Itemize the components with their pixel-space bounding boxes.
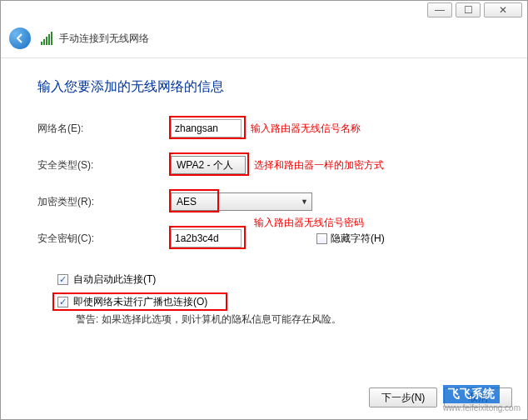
watermark-url: www.feifeixitong.com — [443, 403, 521, 412]
watermark: 飞飞系统 www.feifeixitong.com — [443, 385, 521, 412]
wifi-icon — [41, 32, 52, 45]
row-encryption-type: 加密类型(R): AES ▼ 输入路由器无线信号密码 — [37, 192, 494, 211]
minimize-icon: — — [435, 4, 445, 16]
hide-chars-group: 隐藏字符(H) — [316, 232, 385, 246]
checkbox-connect-hidden[interactable] — [57, 297, 68, 308]
next-button[interactable]: 下一步(N) — [369, 388, 437, 408]
header-bar: 手动连接到无线网络 — [1, 24, 527, 58]
chevron-down-icon: ▼ — [301, 198, 308, 206]
dropdown-security-type[interactable]: WPA2 - 个人 — [171, 156, 246, 174]
checkbox-auto-start[interactable] — [57, 274, 68, 285]
page-title: 输入您要添加的无线网络的信息 — [37, 78, 494, 96]
minimize-button[interactable]: — — [427, 2, 452, 18]
annotation-security-key: 输入路由器无线信号密码 — [254, 216, 364, 230]
row-network-name: 网络名(E): 输入路由器无线信号名称 — [37, 119, 494, 138]
dropdown-encryption-type-value: AES — [177, 196, 197, 208]
dropdown-security-type-value: WPA2 - 个人 — [177, 158, 233, 172]
back-button[interactable] — [9, 28, 31, 49]
header-title: 手动连接到无线网络 — [59, 32, 149, 46]
label-encryption-type: 加密类型(R): — [37, 195, 171, 209]
close-button[interactable]: ✕ — [484, 2, 522, 18]
dropdown-encryption-type[interactable]: AES ▼ — [171, 192, 312, 211]
warning-text: 警告: 如果选择此选项，则计算机的隐私信息可能存在风险。 — [76, 312, 494, 327]
input-network-name[interactable] — [171, 119, 242, 138]
checkbox-hide-chars[interactable] — [316, 233, 327, 244]
row-security-type: 安全类型(S): WPA2 - 个人 选择和路由器一样的加密方式 — [37, 156, 494, 174]
back-arrow-icon — [14, 32, 26, 44]
content-area: 输入您要添加的无线网络的信息 网络名(E): 输入路由器无线信号名称 安全类型(… — [1, 58, 527, 335]
label-connect-hidden: 即使网络未进行广播也连接(O) — [73, 295, 207, 309]
label-security-key: 安全密钥(C): — [37, 232, 171, 246]
titlebar: — ☐ ✕ — [1, 1, 527, 24]
input-security-key[interactable] — [171, 229, 242, 248]
label-security-type: 安全类型(S): — [37, 158, 171, 172]
next-button-label: 下一步(N) — [381, 391, 426, 405]
dialog-window: — ☐ ✕ 手动连接到无线网络 输入您要添加的无线网络的信息 网络名(E): 输… — [0, 0, 528, 420]
close-icon: ✕ — [499, 4, 507, 16]
label-hide-chars: 隐藏字符(H) — [331, 232, 385, 246]
maximize-button[interactable]: ☐ — [456, 2, 481, 18]
annotation-network-name: 输入路由器无线信号名称 — [251, 122, 361, 136]
annotation-security-type: 选择和路由器一样的加密方式 — [254, 158, 384, 172]
label-network-name: 网络名(E): — [37, 122, 171, 136]
row-auto-start: 自动启动此连接(T) — [57, 272, 494, 287]
watermark-logo: 飞飞系统 — [443, 385, 500, 403]
label-auto-start: 自动启动此连接(T) — [73, 272, 156, 287]
row-connect-hidden: 即使网络未进行广播也连接(O) — [57, 295, 494, 309]
row-security-key: 安全密钥(C): 隐藏字符(H) — [37, 229, 494, 248]
maximize-icon: ☐ — [464, 4, 473, 16]
